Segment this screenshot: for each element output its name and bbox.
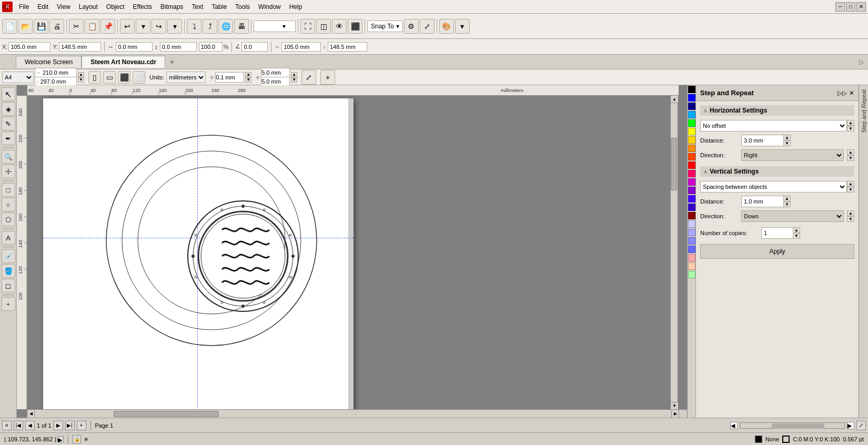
- copy-button[interactable]: 📋: [85, 19, 99, 34]
- v-direction-select[interactable]: Down Up: [741, 210, 844, 222]
- all-pages-button[interactable]: ⬜: [133, 71, 145, 84]
- page-add-button[interactable]: +: [77, 421, 86, 430]
- color-swatch-red[interactable]: [688, 161, 695, 169]
- page-size-select[interactable]: A4: [2, 72, 34, 83]
- width-down-button[interactable]: ▼: [78, 77, 84, 83]
- text-tool[interactable]: A: [2, 231, 15, 245]
- color-swatch-periwinkle[interactable]: [688, 229, 695, 236]
- nudge1-down[interactable]: ▼: [245, 77, 251, 83]
- scrollbar-horizontal[interactable]: ◀ ▶: [27, 409, 679, 418]
- color-swatch-cornflower[interactable]: [688, 246, 695, 253]
- scrollbar-vertical[interactable]: ▲ ▼: [670, 96, 678, 409]
- page-first-button[interactable]: |◀: [14, 421, 23, 430]
- redo-dropdown[interactable]: ▾: [167, 19, 182, 34]
- color-swatch-indigo[interactable]: [688, 195, 695, 203]
- print2-button[interactable]: 🖶: [234, 19, 249, 34]
- fill-tool[interactable]: 🪣: [2, 264, 15, 278]
- document-tab[interactable]: Steem Art Noveau.cdr: [82, 56, 165, 68]
- welcome-tab[interactable]: Welcome Screen: [16, 56, 82, 68]
- color-swatch-lightgreen[interactable]: [688, 271, 695, 278]
- scrollbar-v-thumb[interactable]: [671, 138, 677, 190]
- color-swatch-darkblue[interactable]: [688, 103, 695, 110]
- redo-button[interactable]: ↪: [152, 19, 166, 34]
- page-height-input[interactable]: [39, 77, 73, 86]
- vertical-section-toggle[interactable]: ∧: [703, 168, 708, 175]
- full-screen-button[interactable]: ⛶: [300, 19, 315, 34]
- menu-table[interactable]: Table: [207, 2, 231, 12]
- v-direction-down[interactable]: ▼: [847, 216, 854, 222]
- dy-input[interactable]: [160, 42, 197, 52]
- panel-close-button[interactable]: ✕: [849, 89, 854, 97]
- select-tool[interactable]: ↖: [2, 87, 15, 101]
- zoom-control[interactable]: 100% ▾: [254, 21, 296, 32]
- color-swatch-gold[interactable]: [688, 136, 695, 144]
- menu-file[interactable]: File: [15, 2, 33, 12]
- zoom-fit-button[interactable]: ⤢: [856, 421, 866, 430]
- color-swatch-lightblue[interactable]: [688, 111, 695, 118]
- close-button[interactable]: ✕: [856, 2, 866, 12]
- snap-to-control[interactable]: Snap To ▾: [367, 21, 403, 32]
- menu-text[interactable]: Text: [187, 2, 207, 12]
- v-direction-up[interactable]: ▲: [847, 210, 854, 216]
- copies-down[interactable]: ▼: [793, 233, 800, 239]
- menu-view[interactable]: View: [53, 2, 75, 12]
- nudge-button[interactable]: ⤢: [420, 19, 435, 34]
- color-mode-dropdown[interactable]: ▾: [455, 19, 470, 34]
- new-button[interactable]: 📄: [2, 19, 17, 34]
- status-stroke-color[interactable]: [782, 436, 790, 443]
- fit-page-button[interactable]: ⤢: [301, 70, 316, 85]
- color-swatch-pink[interactable]: [688, 254, 695, 261]
- menu-layout[interactable]: Layout: [75, 2, 102, 12]
- copies-input[interactable]: [761, 227, 793, 239]
- zoom-dropdown-icon[interactable]: ▾: [282, 23, 286, 30]
- h2-input[interactable]: [328, 42, 367, 52]
- menu-object[interactable]: Object: [102, 2, 129, 12]
- status-lock-button[interactable]: 🔒: [73, 435, 81, 443]
- add-tab-button[interactable]: +: [165, 55, 178, 69]
- minimize-button[interactable]: ─: [835, 2, 845, 12]
- dx-input[interactable]: [116, 42, 153, 52]
- color-swatch-lilac[interactable]: [688, 237, 695, 245]
- undo-button[interactable]: ↩: [120, 19, 135, 34]
- print-button[interactable]: 🖨: [49, 19, 64, 34]
- color-mode-button[interactable]: 🎨: [439, 19, 454, 34]
- color-swatch-yellow[interactable]: [688, 128, 695, 135]
- eyedropper-tool[interactable]: 💉: [2, 249, 15, 263]
- apply-button[interactable]: Apply: [700, 244, 854, 259]
- h-offset-select[interactable]: No offset Offset by distance Offset by %: [700, 120, 847, 132]
- page-width-input[interactable]: [41, 68, 75, 77]
- tabs-arrow-left[interactable]: ◁: [2, 2, 8, 11]
- color-swatch-orange[interactable]: [688, 145, 695, 152]
- portrait-button[interactable]: ▯: [88, 71, 101, 84]
- v-spacing-select[interactable]: Spacing between objects Offset by distan…: [700, 181, 847, 193]
- page-menu-button[interactable]: ≡: [2, 421, 12, 430]
- y-input[interactable]: [59, 42, 101, 52]
- nudge1-up[interactable]: ▲: [245, 72, 251, 77]
- h-distance-input[interactable]: [741, 135, 783, 146]
- same-page-button[interactable]: ⬛: [118, 71, 130, 84]
- v-distance-up[interactable]: ▲: [783, 196, 791, 201]
- scroll-v-down[interactable]: ▼: [671, 402, 678, 409]
- x-input[interactable]: [8, 42, 51, 52]
- zoom-tool[interactable]: 🔍: [2, 150, 15, 164]
- horizontal-section-toggle[interactable]: ∧: [703, 107, 708, 114]
- menu-edit[interactable]: Edit: [33, 2, 53, 12]
- v-spacing-up[interactable]: ▲: [847, 181, 854, 187]
- publish-button[interactable]: 🌐: [218, 19, 233, 34]
- v-distance-input[interactable]: [741, 196, 783, 207]
- tabs-arrow-right[interactable]: ▷: [855, 58, 868, 66]
- color-swatch-peach[interactable]: [688, 262, 695, 270]
- zoom-input[interactable]: 100%: [256, 23, 282, 30]
- menu-window[interactable]: Window: [254, 2, 285, 12]
- status-fill-color[interactable]: [755, 436, 762, 443]
- export-button[interactable]: ⤴: [203, 19, 217, 34]
- color-swatch-lavender[interactable]: [688, 220, 695, 228]
- pixel-view-button[interactable]: ⬛: [348, 19, 362, 34]
- maximize-button[interactable]: □: [846, 2, 855, 12]
- pan-tool[interactable]: ☩: [2, 165, 15, 178]
- view-mode-button[interactable]: ◫: [316, 19, 331, 34]
- landscape-button[interactable]: ▭: [103, 71, 116, 84]
- panel-collapse-button[interactable]: ▷▷: [837, 89, 847, 97]
- h-distance-up[interactable]: ▲: [783, 135, 791, 140]
- nudge2-down[interactable]: ▼: [291, 77, 297, 83]
